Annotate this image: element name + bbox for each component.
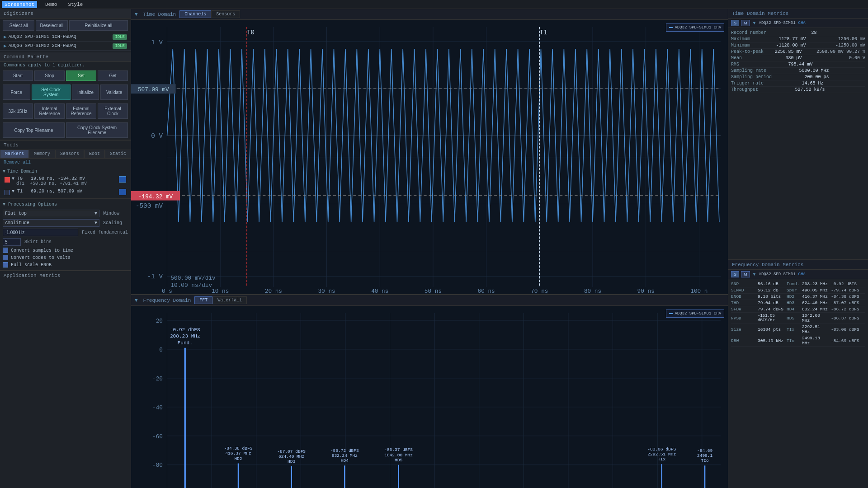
svg-text:624.40 MHz: 624.40 MHz <box>278 454 304 459</box>
tab-static[interactable]: Static <box>105 150 131 158</box>
svg-text:T0: T0 <box>247 29 255 36</box>
svg-text:2499.1: 2499.1 <box>697 453 713 458</box>
command-row-4: Copy Top Filename Copy Clock System File… <box>0 121 131 140</box>
32k15hz-button[interactable]: 32k 15Hz <box>3 103 33 119</box>
svg-text:60 ns: 60 ns <box>478 288 495 294</box>
set-button[interactable]: Set <box>66 70 96 81</box>
menu-demo[interactable]: Demo <box>42 1 60 8</box>
freq-metrics-m-button[interactable]: M <box>741 271 750 277</box>
window-dropdown[interactable]: Flat top ▼ <box>3 210 99 217</box>
command-row-2: Force Set Clock System Initialize Valida… <box>0 83 131 102</box>
tab-waterfall[interactable]: Waterfall <box>212 296 247 304</box>
svg-text:0: 0 <box>159 347 163 353</box>
checkbox-enob-row: Full-scale ENOB <box>3 261 128 268</box>
svg-rect-50 <box>131 306 728 488</box>
freq-metrics-s-button[interactable]: S <box>731 271 739 277</box>
fixed-fundamental-label: Fixed fundamental <box>82 230 128 235</box>
digitizer-item-1[interactable]: ▶ ADQ32 SPD-SIM01 1CH-FWDAQ IDLE <box>0 33 131 42</box>
svg-text:100 n: 100 n <box>690 288 708 294</box>
freq-domain-metrics-controls: S M ▼ ADQ32 SPD-SIM01 CHA <box>728 270 868 279</box>
digitizer-item-2[interactable]: ▶ ADQ36 SPD-SIM02 2CH-FWDAQ IDLE <box>0 42 131 51</box>
svg-text:-84.38 dBFS: -84.38 dBFS <box>224 446 253 451</box>
initialize-button[interactable]: Initialize <box>72 84 99 100</box>
copy-top-filename-button[interactable]: Copy Top Filename <box>3 122 65 138</box>
remove-all-button[interactable]: Remove all <box>0 159 131 166</box>
copy-clock-filename-button[interactable]: Copy Clock System Filename <box>66 122 128 138</box>
external-clock-button[interactable]: External Clock <box>98 103 128 119</box>
tab-markers[interactable]: Markers <box>0 150 29 158</box>
tab-memory[interactable]: Memory <box>29 150 55 158</box>
svg-text:-87.07 dBFS: -87.07 dBFS <box>277 449 306 454</box>
skirt-input[interactable] <box>3 238 21 246</box>
svg-text:TIo: TIo <box>701 459 709 464</box>
freq-input[interactable] <box>3 229 78 236</box>
marker-t0-toggle[interactable] <box>119 176 126 183</box>
svg-text:500.00 mV/div: 500.00 mV/div <box>170 275 216 282</box>
tab-channels[interactable]: Channels <box>179 10 211 18</box>
tools-tabs: Markers Memory Sensors Boot Static <box>0 150 131 159</box>
get-button[interactable]: Get <box>98 70 128 81</box>
marker-t1-checkbox[interactable] <box>5 190 10 195</box>
scaling-label: Scaling <box>103 221 128 225</box>
select-all-button[interactable]: Select all <box>3 20 34 31</box>
tab-sensors[interactable]: Sensors <box>211 10 240 18</box>
validate-button[interactable]: Validate <box>100 84 128 100</box>
amplitude-dropdown[interactable]: Amplitude ▼ <box>3 219 99 227</box>
metrics-m-button[interactable]: M <box>741 20 750 26</box>
reinitialize-all-button[interactable]: Reinitialize all <box>69 20 128 31</box>
tools-header: Tools <box>0 141 131 150</box>
tools-section: Tools Markers Memory Sensors Boot Static… <box>0 140 131 198</box>
force-button[interactable]: Force <box>3 84 30 100</box>
menu-screenshot[interactable]: Screenshot <box>2 1 37 8</box>
checkbox-samples[interactable] <box>3 248 8 253</box>
digitizer-name-2: ADQ36 SPD-SIM02 2CH-FWDAQ <box>9 43 111 48</box>
marker-t1-toggle[interactable] <box>119 189 126 195</box>
svg-text:-86.72 dBFS: -86.72 dBFS <box>330 448 359 453</box>
tab-boot[interactable]: Boot <box>84 150 105 158</box>
time-domain-panel: ▼ Time Domain Channels Sensors <box>131 9 728 295</box>
marker-t0-color <box>5 177 10 183</box>
tab-fft[interactable]: FFT <box>194 296 212 304</box>
skirt-row: Skirt bins <box>3 237 128 247</box>
start-button[interactable]: Start <box>3 70 33 81</box>
freq-domain-svg: 20 0 -20 -40 -60 -80 -100 -120 0 Hz 200 … <box>131 306 728 488</box>
internal-reference-button[interactable]: Internal Reference <box>34 103 65 119</box>
freq-domain-header: ▼ Frequency Domain FFT Waterfall <box>131 295 728 306</box>
metric-mean: Mean 380 µV 0.00 V <box>731 55 865 61</box>
freq-metric-sfdr: SFDR 79.74 dBFS HD4 832.24 MHz -86.72 dB… <box>731 306 865 313</box>
marker-t0-label: ▼ T0 19.00 ns, -194.32 mV <box>12 176 117 181</box>
external-reference-button[interactable]: External Reference <box>66 103 96 119</box>
freq-row: Fixed fundamental <box>3 228 128 237</box>
expand-arrow-1: ▶ <box>4 34 7 40</box>
time-domain-chart-body: 1 V 0 V -500 mV -1 V 0 s 10 ns 20 ns 30 … <box>131 20 728 294</box>
deselect-all-button[interactable]: Deselect all <box>36 20 67 31</box>
metric-sampling-rate: Sampling rate 5000.00 MHz <box>731 68 865 74</box>
freq-metric-size: Size 16384 pts TIx 2292.51 MHz -83.06 dB… <box>731 324 865 335</box>
tab-sensors[interactable]: Sensors <box>55 150 84 158</box>
checkbox-enob[interactable] <box>3 262 8 267</box>
stop-button[interactable]: Stop <box>34 70 65 81</box>
checkbox-samples-label: Convert samples to time <box>11 248 73 253</box>
legend-label: ADQ32 SPD-SIM01 CHA <box>675 25 721 30</box>
freq-domain-metrics-header: Frequency Domain Metrics <box>728 260 868 270</box>
menu-style[interactable]: Style <box>65 1 85 8</box>
processing-section: ▼ Processing Options Flat top ▼ Window A… <box>0 198 131 270</box>
svg-text:-20: -20 <box>152 375 163 382</box>
freq-domain-legend: ADQ32 SPD-SIM01 CHA <box>666 310 724 318</box>
freq-domain-title: Frequency Domain <box>143 298 191 303</box>
metric-sampling-period: Sampling period 200.00 ps <box>731 74 865 80</box>
window-label: Window <box>103 211 128 216</box>
digitizers-controls: Select all Deselect all Reinitialize all <box>0 19 131 33</box>
svg-text:40 ns: 40 ns <box>371 288 388 294</box>
commands-subheader: Commands apply to 1 digitizer. <box>0 62 131 69</box>
checkbox-codes[interactable] <box>3 255 8 260</box>
svg-text:-40: -40 <box>152 404 163 411</box>
svg-text:1 V: 1 V <box>151 39 163 46</box>
time-domain-tabs: Channels Sensors <box>179 10 240 18</box>
set-clock-system-button[interactable]: Set Clock System <box>32 84 71 100</box>
marker-t1-row: ▼ T1 69.20 ns, 507.09 mV <box>3 188 128 197</box>
time-domain-metrics-controls: S M ▼ ADQ32 SPD-SIM01 CHA <box>728 19 868 28</box>
checkbox-codes-row: Convert codes to volts <box>3 254 128 261</box>
metrics-s-button[interactable]: S <box>731 20 739 26</box>
svg-text:HD5: HD5 <box>395 458 402 463</box>
